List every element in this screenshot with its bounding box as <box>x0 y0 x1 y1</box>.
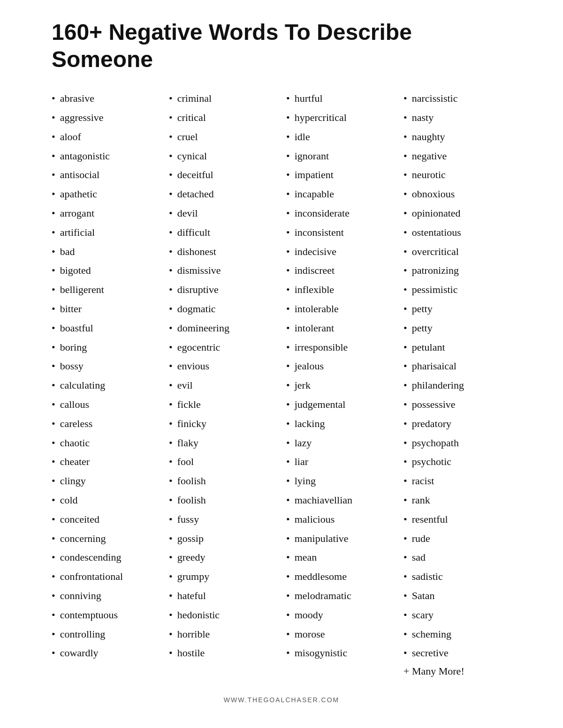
list-item: dishonest <box>169 245 277 259</box>
list-item: melodramatic <box>286 589 394 603</box>
list-item: fickle <box>169 398 277 412</box>
list-item: bigoted <box>52 263 160 278</box>
list-item: irresponsible <box>286 340 394 355</box>
list-item: scary <box>403 608 511 623</box>
list-item: foolish <box>169 474 277 488</box>
list-item: rank <box>403 493 511 508</box>
list-item: artificial <box>52 225 160 240</box>
list-item: evil <box>169 378 277 393</box>
list-item: jealous <box>286 359 394 374</box>
list-item: meddlesome <box>286 570 394 584</box>
list-item: devil <box>169 206 277 221</box>
list-item: moody <box>286 608 394 623</box>
list-item: arrogant <box>52 206 160 221</box>
list-item: careless <box>52 417 160 431</box>
list-item: possessive <box>403 398 511 412</box>
list-item: psychotic <box>403 455 511 469</box>
list-item: foolish <box>169 493 277 508</box>
list-item: antisocial <box>52 168 160 182</box>
list-item: resentful <box>403 512 511 527</box>
column-1: abrasiveaggressivealoofantagonisticantis… <box>52 91 160 665</box>
list-item: overcritical <box>403 245 511 259</box>
list-item: machiavellian <box>286 493 394 508</box>
list-item: negative <box>403 149 511 164</box>
list-item: criminal <box>169 91 277 106</box>
column-3: hurtfulhypercriticalidleignorantimpatien… <box>286 91 394 665</box>
list-item: lying <box>286 474 394 488</box>
list-item: apathetic <box>52 187 160 202</box>
list-item: mean <box>286 550 394 565</box>
list-item: conceited <box>52 512 160 527</box>
list-item: hostile <box>169 646 277 660</box>
list-item: inflexible <box>286 283 394 297</box>
list-item: contemptuous <box>52 608 160 623</box>
list-item: predatory <box>403 417 511 431</box>
list-item: finicky <box>169 417 277 431</box>
list-item: bad <box>52 245 160 259</box>
list-item: intolerant <box>286 321 394 336</box>
list-item: patronizing <box>403 263 511 278</box>
list-item: pessimistic <box>403 283 511 297</box>
list-item: judgemental <box>286 398 394 412</box>
list-item: philandering <box>403 378 511 393</box>
columns-container: abrasiveaggressivealoofantagonisticantis… <box>52 91 511 677</box>
list-item: boring <box>52 340 160 355</box>
list-item: antagonistic <box>52 149 160 164</box>
list-item: condescending <box>52 550 160 565</box>
list-item: lacking <box>286 417 394 431</box>
list-item: naughty <box>403 130 511 144</box>
list-item: detached <box>169 187 277 202</box>
list-item: inconsistent <box>286 225 394 240</box>
list-item: critical <box>169 111 277 125</box>
list-item: indecisive <box>286 245 394 259</box>
list-item: Satan <box>403 589 511 603</box>
list-item: hurtful <box>286 91 394 106</box>
list-item: callous <box>52 398 160 412</box>
list-item: fussy <box>169 512 277 527</box>
list-item: hedonistic <box>169 608 277 623</box>
list-item: liar <box>286 455 394 469</box>
list-item: malicious <box>286 512 394 527</box>
list-item: abrasive <box>52 91 160 106</box>
list-item: grumpy <box>169 570 277 584</box>
list-item: greedy <box>169 550 277 565</box>
list-item: ignorant <box>286 149 394 164</box>
list-item: scheming <box>403 627 511 642</box>
footer: WWW.THEGOALCHASER.COM <box>52 696 511 713</box>
list-item: misogynistic <box>286 646 394 660</box>
list-item: fool <box>169 455 277 469</box>
list-item: boastful <box>52 321 160 336</box>
list-item: morose <box>286 627 394 642</box>
list-item: indiscreet <box>286 263 394 278</box>
list-item: confrontational <box>52 570 160 584</box>
list-item: racist <box>403 474 511 488</box>
list-item: difficult <box>169 225 277 240</box>
list-item: intolerable <box>286 302 394 316</box>
page-title: 160+ Negative Words To Describe Someone <box>52 19 511 73</box>
page-wrapper: 160+ Negative Words To Describe Someone … <box>23 0 540 727</box>
list-item: bitter <box>52 302 160 316</box>
list-item: hateful <box>169 589 277 603</box>
list-item: deceitful <box>169 168 277 182</box>
column-4: narcissisticnastynaughtynegativeneurotic… <box>403 91 511 677</box>
list-item: ostentatious <box>403 225 511 240</box>
list-item: pharisaical <box>403 359 511 374</box>
list-item: aloof <box>52 130 160 144</box>
list-item: dismissive <box>169 263 277 278</box>
list-item: secretive <box>403 646 511 660</box>
list-item: calculating <box>52 378 160 393</box>
plus-more-label: + Many More! <box>403 665 511 677</box>
list-item: opinionated <box>403 206 511 221</box>
list-item: inconsiderate <box>286 206 394 221</box>
list-item: cold <box>52 493 160 508</box>
list-item: cruel <box>169 130 277 144</box>
list-item: idle <box>286 130 394 144</box>
list-item: cheater <box>52 455 160 469</box>
list-item: concerning <box>52 532 160 546</box>
list-item: sadistic <box>403 570 511 584</box>
list-item: neurotic <box>403 168 511 182</box>
list-item: clingy <box>52 474 160 488</box>
list-item: sad <box>403 550 511 565</box>
list-item: bossy <box>52 359 160 374</box>
list-item: petulant <box>403 340 511 355</box>
